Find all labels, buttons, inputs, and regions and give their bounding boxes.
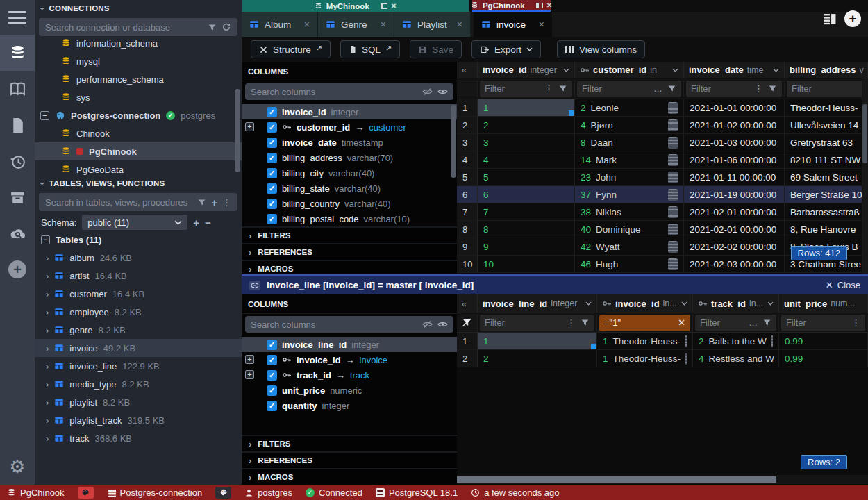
expand-box-icon[interactable]: + <box>245 122 254 131</box>
filters-section[interactable]: ›FILTERS <box>242 435 457 451</box>
chevron-down-icon[interactable] <box>773 68 779 72</box>
checkbox-checked[interactable]: ✓ <box>267 168 277 178</box>
db-item-pgchinook[interactable]: PgChinook <box>35 142 242 160</box>
filter-input[interactable]: Filter⋮ <box>781 315 865 331</box>
column-row-billing-country[interactable]: ✓ billing_country varchar(40) <box>242 196 457 211</box>
table-item-artist[interactable]: ›artist16.4 KB <box>35 267 242 285</box>
remove-schema-icon[interactable]: − <box>205 217 211 228</box>
db-item-mysql[interactable]: mysql <box>35 52 242 70</box>
export-button[interactable]: Export <box>471 40 541 58</box>
table-item-invoice-line[interactable]: ›invoice_line122.9 KB <box>35 357 242 375</box>
table-item-media-type[interactable]: ›media_type8.2 KB <box>35 375 242 393</box>
document-icon[interactable] <box>685 353 687 365</box>
add-schema-icon[interactable]: + <box>193 217 199 228</box>
close-icon[interactable]: × <box>539 19 544 30</box>
cell-billing-address[interactable]: Barbarossastraß <box>785 203 868 220</box>
cell-invoice-date[interactable]: 2021-02-03 00:00:00 <box>684 256 785 272</box>
column-row-billing-city[interactable]: ✓ billing_city varchar(40) <box>242 165 457 181</box>
cell-invoice-id[interactable]: 1 <box>478 99 575 116</box>
connections-header[interactable]: › CONNECTIONS <box>35 0 242 17</box>
view-columns-button[interactable]: View columns <box>557 40 645 58</box>
reference-link[interactable]: invoice <box>360 355 387 365</box>
db-item-performance-schema[interactable]: performance_schema <box>35 70 242 88</box>
archive-icon[interactable] <box>0 179 35 215</box>
history-icon[interactable] <box>0 143 35 179</box>
cell-invoice-line-id[interactable]: 2 <box>478 350 597 367</box>
status-connection[interactable]: Postgres-connection <box>107 488 203 498</box>
clear-filters-icon[interactable] <box>462 317 472 328</box>
connection-item-postgres[interactable]: − Postgres-connection ✓ postgres <box>35 106 242 124</box>
header-customer-id[interactable]: customer_idin <box>575 62 684 78</box>
kebab-menu-icon[interactable]: ⋮ <box>544 83 553 94</box>
cell-invoice-id[interactable]: 3 <box>478 134 575 151</box>
refresh-icon[interactable] <box>222 22 231 32</box>
checkbox-checked[interactable]: ✓ <box>267 138 277 148</box>
collapse-box-icon[interactable]: − <box>40 111 49 120</box>
checkbox-checked[interactable]: ✓ <box>267 401 277 411</box>
cell-invoice-date[interactable]: 2021-01-01 00:00:00 <box>684 99 785 116</box>
header-billing-address[interactable]: billing_addressv <box>785 62 868 78</box>
checkbox-checked[interactable]: ✓ <box>267 214 277 224</box>
cell-invoice-id[interactable]: 5 <box>478 169 575 185</box>
tables-header[interactable]: › TABLES, VIEWS, FUNCTIONS <box>35 175 242 192</box>
status-user[interactable]: postgres <box>244 488 292 498</box>
column-row-invoice-line-id[interactable]: ✓ invoice_line_id integer <box>242 337 457 352</box>
schema-select[interactable]: public (11) <box>82 215 187 230</box>
eye-off-icon[interactable] <box>422 320 433 328</box>
cell-billing-address[interactable]: 69 Salem Street <box>785 169 868 185</box>
cell-invoice-id[interactable]: 4 <box>478 151 575 168</box>
chevron-down-icon[interactable] <box>563 68 569 72</box>
filter-icon[interactable] <box>581 318 590 327</box>
tab-genre[interactable]: Genre× <box>318 12 394 37</box>
document-icon[interactable] <box>668 189 678 201</box>
cell-invoice-date[interactable]: 2021-01-19 00:00:00 <box>684 186 785 203</box>
table-item-playlist[interactable]: ›playlist8.2 KB <box>35 393 242 411</box>
tab-invoice[interactable]: invoice× <box>474 12 552 37</box>
table-item-playlist-track[interactable]: ›playlist_track319.5 KB <box>35 411 242 429</box>
cell-invoice-id[interactable]: 10 <box>478 256 575 272</box>
window-tab-pgchinook[interactable]: PgChinook ✕ <box>472 0 551 12</box>
tab-album[interactable]: Album× <box>242 12 318 37</box>
book-icon[interactable] <box>0 71 35 107</box>
document-icon[interactable] <box>668 119 678 131</box>
eye-icon[interactable] <box>437 88 448 96</box>
row-number[interactable]: 1 <box>457 333 478 349</box>
column-row-track-id[interactable]: + ✓ track_id → track <box>242 367 457 383</box>
header-invoice-id[interactable]: invoice_idinteger <box>478 62 575 78</box>
document-icon[interactable] <box>668 137 678 149</box>
document-icon[interactable] <box>668 172 678 183</box>
document-icon[interactable] <box>668 102 678 114</box>
filter-icon[interactable] <box>768 84 777 93</box>
cell-customer[interactable]: 8Daan <box>575 134 684 151</box>
clear-filter-icon[interactable]: ✕ <box>678 317 685 328</box>
references-section[interactable]: ›REFERENCES <box>242 451 457 468</box>
header-track-id[interactable]: track_idin... <box>693 294 779 312</box>
document-icon[interactable] <box>668 154 678 166</box>
reference-link[interactable]: track <box>350 370 369 381</box>
save-button[interactable]: Save <box>410 40 462 58</box>
split-icon[interactable] <box>536 3 543 8</box>
collapse-box-icon[interactable]: − <box>41 235 50 244</box>
connection-search-input[interactable]: Search connection or database <box>39 18 237 36</box>
cloud-search-icon[interactable] <box>0 215 35 251</box>
checkbox-checked[interactable]: ✓ <box>267 107 277 117</box>
document-icon[interactable] <box>668 241 678 253</box>
row-number[interactable]: 2 <box>457 117 478 133</box>
cell-customer[interactable]: 42Wyatt <box>575 238 684 255</box>
column-row-customer-id[interactable]: + ✓ customer_id → customer <box>242 119 457 135</box>
filter-input[interactable]: Filter⋮ <box>686 81 782 97</box>
header-unit-price[interactable]: unit_pricenum... <box>779 294 868 312</box>
cell-invoice-ref[interactable]: 1Theodor-Heuss- <box>597 333 693 349</box>
checkbox-checked[interactable]: ✓ <box>267 385 277 396</box>
cell-customer[interactable]: 14Mark <box>575 151 684 168</box>
column-row-unit-price[interactable]: ✓ unit_price numeric <box>242 383 457 398</box>
filter-input[interactable]: Filter <box>787 81 865 97</box>
document-icon[interactable] <box>685 335 687 347</box>
cell-customer[interactable]: 4Bjørn <box>575 117 684 133</box>
macros-section[interactable]: ›MACROS <box>242 468 457 485</box>
table-item-customer[interactable]: ›customer16.4 KB <box>35 285 242 303</box>
ellipsis-icon[interactable]: … <box>749 317 758 328</box>
row-number[interactable]: 6 <box>457 186 478 203</box>
checkbox-checked[interactable]: ✓ <box>267 122 277 133</box>
cell-invoice-id[interactable]: 7 <box>478 203 575 220</box>
